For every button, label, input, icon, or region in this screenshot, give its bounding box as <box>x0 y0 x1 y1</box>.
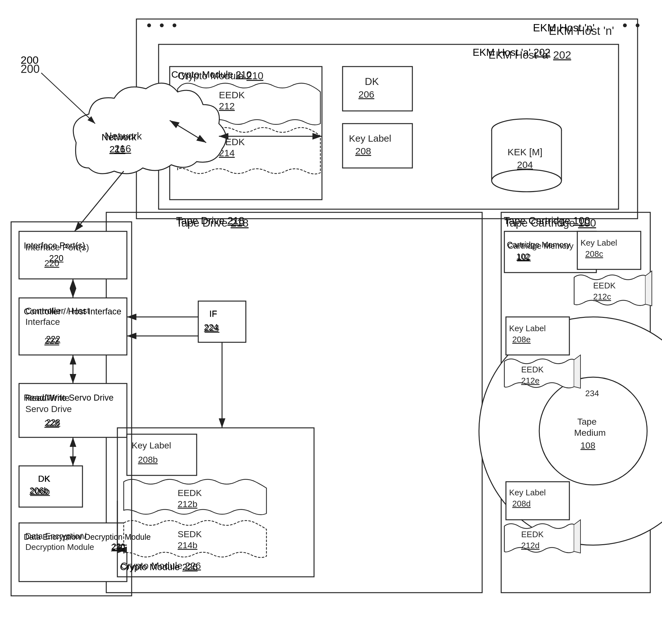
tape-drive-label: Tape Drive 218 <box>176 217 249 229</box>
if-num: 224 <box>205 323 220 333</box>
tape-medium-num: 108 <box>580 440 595 450</box>
controller-host-label: Controller / Host <box>25 306 90 316</box>
key-label-b-label: Key Label <box>132 440 171 450</box>
eedk-c-num: 212c <box>593 292 611 301</box>
svg-rect-25 <box>19 466 83 507</box>
eedk-b-num: 212b <box>178 499 197 509</box>
svg-point-6 <box>160 23 164 27</box>
svg-line-47 <box>41 73 95 123</box>
svg-rect-13 <box>343 123 412 168</box>
eedk-d-num: 212d <box>521 541 539 550</box>
svg-point-5 <box>147 23 151 27</box>
dk-b-label: DK <box>38 474 50 484</box>
dk-num: 206 <box>358 89 374 99</box>
kek-num: 204 <box>517 159 533 170</box>
key-label-label: Key Label <box>349 133 391 143</box>
data-enc-label2: Decryption Module <box>25 542 94 552</box>
key-label-e-label: Key Label <box>509 324 546 333</box>
tape-medium-label: Tape <box>577 417 597 427</box>
svg-point-9 <box>636 23 639 27</box>
dk-b-num: 206b <box>30 486 50 496</box>
if-label: IF <box>209 309 217 319</box>
key-label-c-num: 208c <box>585 249 603 259</box>
interface-ports-label: Interface Port(s) <box>25 243 89 252</box>
dk-label: DK <box>365 76 379 87</box>
crypto-module-label: Crypto Module 210 <box>178 70 263 82</box>
eedk-e-label: EEDK <box>521 365 544 374</box>
sedk-b-num: 214b <box>178 540 197 550</box>
interface-ports-num: 220 <box>44 258 59 268</box>
ref200: 200 <box>21 63 40 75</box>
cartridge-memory-label: Cartridge Memory <box>508 241 574 251</box>
key-label-d-label: Key Label <box>509 488 546 497</box>
crypto-module-b-label: Crypto Module 226 <box>120 560 201 571</box>
controller-host-num: 222 <box>44 336 59 346</box>
key-label-c-label: Key Label <box>580 238 617 248</box>
rw-servo-label2: Servo Drive <box>25 404 72 414</box>
svg-rect-21 <box>19 231 127 279</box>
data-enc-label: Data Encryption/ <box>25 531 87 541</box>
svg-point-18 <box>492 169 561 192</box>
network-num: 216 <box>114 143 131 154</box>
ekm-host-a-label: EKM Host 'a' 202 <box>488 49 571 61</box>
sedk-b-label: SEDK <box>178 529 202 539</box>
svg-point-7 <box>173 23 176 27</box>
eedk-num: 212 <box>219 101 235 111</box>
controller-host-label2: Interface <box>25 317 60 327</box>
eedk-e-num: 212e <box>521 376 539 385</box>
key-label-b-num: 208b <box>138 455 158 465</box>
cartridge-memory-num: 102 <box>517 252 531 262</box>
rw-servo-num: 228 <box>44 418 59 428</box>
key-label-e-num: 208e <box>512 335 531 344</box>
svg-rect-12 <box>343 67 412 111</box>
eedk-d-label: EEDK <box>521 530 544 539</box>
eedk-c-label: EEDK <box>593 281 616 290</box>
key-label-d-num: 208d <box>512 499 531 508</box>
key-label-num: 208 <box>355 146 371 156</box>
eedk-label: EEDK <box>219 90 245 100</box>
svg-point-8 <box>623 23 627 27</box>
num234: 234 <box>585 389 599 398</box>
tape-cartridge-label: Tape Cartridge 100 <box>504 217 596 229</box>
svg-rect-23 <box>198 301 246 342</box>
tape-medium-label2: Medium <box>574 428 606 438</box>
kek-label: KEK [M] <box>508 147 543 157</box>
network-label: Network <box>105 130 142 142</box>
rw-servo-label: Read/Write <box>25 393 70 403</box>
eedk-b-label: EEDK <box>178 488 202 498</box>
ekm-host-n-label: EKM Host 'n' <box>549 24 614 38</box>
